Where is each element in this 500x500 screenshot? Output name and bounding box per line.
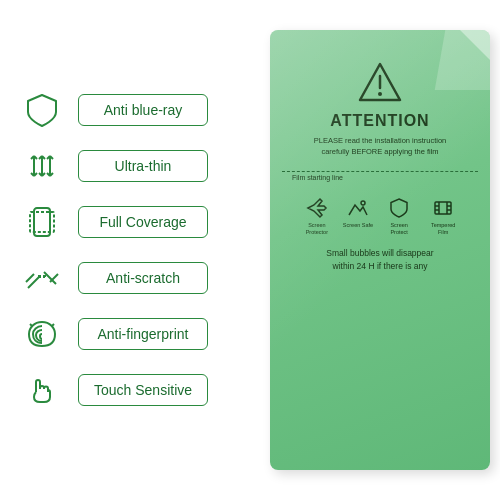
svg-point-26 xyxy=(361,201,365,205)
icon-plane: Screen Protector xyxy=(299,197,335,235)
attention-title: ATTENTION xyxy=(330,112,429,130)
dashed-line xyxy=(282,171,478,172)
feature-anti-blue-ray: Anti blue-ray xyxy=(20,88,230,132)
ultra-thin-icon xyxy=(20,144,64,188)
feature-touch-sensitive: Touch Sensitive xyxy=(20,368,230,412)
svg-rect-27 xyxy=(435,202,451,214)
touch-sensitive-label-box: Touch Sensitive xyxy=(78,374,208,406)
feature-anti-scratch: Anti-scratch xyxy=(20,256,230,300)
anti-scratch-label: Anti-scratch xyxy=(106,270,180,286)
anti-fingerprint-label-box: Anti-fingerprint xyxy=(78,318,208,350)
ultra-thin-label-box: Ultra-thin xyxy=(78,150,208,182)
hand-icon xyxy=(20,368,64,412)
touch-sensitive-label: Touch Sensitive xyxy=(94,382,192,398)
shield-icon xyxy=(20,88,64,132)
fold-corner xyxy=(460,30,490,60)
svg-point-25 xyxy=(378,92,382,96)
svg-line-22 xyxy=(52,324,54,326)
full-coverage-label: Full Coverage xyxy=(99,214,186,230)
ultra-thin-label: Ultra-thin xyxy=(115,158,172,174)
feature-anti-fingerprint: Anti-fingerprint xyxy=(20,312,230,356)
features-list: Anti blue-ray Ultra- xyxy=(10,88,230,412)
scratch-icon xyxy=(20,256,64,300)
main-container: Anti blue-ray Ultra- xyxy=(0,0,500,500)
film-label: Film starting line xyxy=(292,174,343,181)
icon-film: Tempered Film xyxy=(425,197,461,235)
anti-scratch-label-box: Anti-scratch xyxy=(78,262,208,294)
anti-blue-ray-label: Anti blue-ray xyxy=(104,102,183,118)
product-card: ATTENTION PLEASE read the installation i… xyxy=(270,30,490,470)
full-coverage-label-box: Full Coverage xyxy=(78,206,208,238)
anti-blue-ray-label-box: Anti blue-ray xyxy=(78,94,208,126)
feature-ultra-thin: Ultra-thin xyxy=(20,144,230,188)
icon-mountain: Screen Safe xyxy=(343,197,373,229)
icons-row: Screen Protector Screen Safe Screen Prot… xyxy=(299,197,461,235)
icon-protect: Screen Protect xyxy=(381,197,417,235)
anti-fingerprint-label: Anti-fingerprint xyxy=(97,326,188,342)
attention-text: PLEASE read the installation instruction… xyxy=(314,136,447,157)
feature-full-coverage: Full Coverage xyxy=(20,200,230,244)
svg-line-21 xyxy=(30,324,32,326)
attention-icon xyxy=(356,60,404,108)
svg-line-19 xyxy=(26,274,34,282)
phone-outline-icon xyxy=(20,200,64,244)
bubble-text: Small bubbles will disappear within 24 H… xyxy=(326,247,433,273)
fingerprint-icon xyxy=(20,312,64,356)
